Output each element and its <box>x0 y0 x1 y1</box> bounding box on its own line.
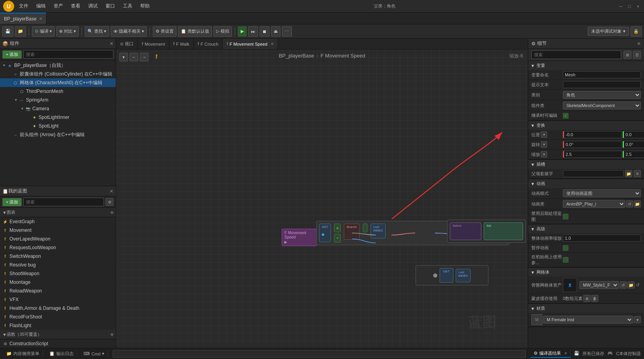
transform-section-header[interactable]: ▼ 变换 <box>528 121 644 130</box>
blueprint-add-btn[interactable]: + 添加 <box>2 198 22 206</box>
anim-mode-select[interactable]: 使用动画蓝图 <box>563 189 641 197</box>
bottom-tab-cmd[interactable]: ⌨ Cmd ▾ <box>80 350 108 357</box>
bp-item-overlaped[interactable]: f OverLapedWeapon <box>0 235 116 243</box>
bp-item-shoot[interactable]: f ShootWeapon <box>0 269 116 278</box>
anim-rate-input[interactable] <box>563 235 641 242</box>
nav-back-btn[interactable]: ← <box>130 53 138 61</box>
pos-y-input[interactable] <box>623 131 644 138</box>
slots-section-header[interactable]: ▼ 插槽 <box>528 160 644 169</box>
tree-item-mesh[interactable]: ⬡ 网格体 (CharacterMesh0) 在C++中编辑 <box>0 78 116 87</box>
maximize-btn[interactable]: □ <box>627 4 632 9</box>
tab-close-icon[interactable]: ✕ <box>39 17 42 21</box>
tree-item-spotlightinner[interactable]: ☀ SpotLightInner <box>0 113 116 122</box>
tab-movement[interactable]: f Movement <box>138 39 169 49</box>
advanced-section-header[interactable]: ▼ 高级 <box>528 224 644 233</box>
blueprint-search-input[interactable] <box>23 198 104 206</box>
find-btn[interactable]: 🔍 查找 ▾ <box>85 26 109 37</box>
bp-item-eventgraph[interactable]: ⚡ EventGraph <box>0 217 116 226</box>
materials-section-header[interactable]: ▼ 材质 <box>528 304 644 313</box>
hide-btn[interactable]: 👁 隐藏不相关 ▾ <box>111 26 147 37</box>
var-editable-checkbox[interactable] <box>563 113 568 118</box>
save-btn[interactable]: 💾 <box>2 26 13 37</box>
tree-item-arrow[interactable]: → 箭头组件 (Arrow) 在C++中编辑 <box>0 130 116 139</box>
bottom-tab-content[interactable]: 📁 内容侧滑菜单 <box>3 350 43 357</box>
tree-item-camera[interactable]: ▼ 📷 Camera <box>0 104 116 113</box>
debug-object-btn[interactable]: 未选中调试对象 ▾ <box>588 27 629 36</box>
slots-clear-btn[interactable]: ✕ <box>634 170 641 177</box>
bp-item-reload[interactable]: f ReloadWeapon <box>0 287 116 295</box>
calc-node-2[interactable]: ÷ <box>334 234 341 242</box>
menu-file[interactable]: 文件 <box>17 2 30 10</box>
bp-item-movement[interactable]: f Movement <box>0 226 116 235</box>
mesh-asset-select[interactable]: MW_Style1_F <box>579 281 619 289</box>
tab-viewport[interactable]: ⊞ 视口 <box>116 39 138 49</box>
tab-fmovespeed[interactable]: f F Movement Speed ✕ <box>223 39 278 49</box>
var-category-select[interactable]: 角色 <box>563 91 641 99</box>
slots-browse-btn[interactable]: 📁 <box>625 170 632 177</box>
tree-item-spotlight[interactable]: ☀ SpotLight <box>0 122 116 130</box>
mesh-skin-add-btn[interactable]: ⊕ <box>583 295 590 302</box>
menu-window[interactable]: 窗口 <box>104 2 117 10</box>
anim-browse-btn[interactable]: 📁 <box>634 200 641 207</box>
bp-item-health[interactable]: f Health,Armor & Damage & Death <box>0 304 116 313</box>
eject-btn[interactable]: ⏏ <box>271 26 280 37</box>
step-btn[interactable]: ⏭ <box>248 26 258 37</box>
select-node[interactable]: Select <box>450 222 481 240</box>
menu-edit[interactable]: 编辑 <box>35 2 47 10</box>
anim-refresh-btn[interactable]: ↺ <box>626 200 633 207</box>
calc-node-1[interactable]: ≥ <box>334 224 341 232</box>
pos-mode-btn[interactable]: ▾ <box>541 131 547 138</box>
menu-debug[interactable]: 调试 <box>87 2 99 10</box>
nav-dropdown-btn[interactable]: ▾ <box>119 53 128 61</box>
details-search-input[interactable] <box>531 50 621 59</box>
tab-fcrouch[interactable]: f F Crouch <box>194 39 223 49</box>
mesh-section-header[interactable]: ▼ 网格体 <box>528 268 644 277</box>
compile-btn[interactable]: ⚙ 编译 ▾ <box>32 26 55 37</box>
last-index-node-2[interactable]: Last INDEX <box>456 269 471 282</box>
class-settings-btn[interactable]: ⚙ 类设置 <box>153 26 176 37</box>
material-select[interactable]: M Female Inst <box>543 316 633 324</box>
rot-y-input[interactable] <box>623 141 644 148</box>
node-group-3[interactable]: GET Last INDEX <box>416 265 488 285</box>
tab-fwalk[interactable]: f F Walk <box>169 39 194 49</box>
bp-entry-node[interactable]: F Movement Speed ▶ <box>282 229 317 246</box>
browse-btn[interactable]: 📁 <box>15 26 26 37</box>
mesh-refresh-btn[interactable]: ↺ <box>620 281 627 289</box>
mesh-skin-del-btn[interactable]: 🗑 <box>591 295 598 302</box>
play-btn[interactable]: ▶ <box>238 26 247 37</box>
details-panel-close[interactable]: ✕ <box>637 41 641 46</box>
scale-mode-btn[interactable]: ▾ <box>541 151 547 157</box>
diff-btn[interactable]: ⊕ 对比 ▾ <box>56 26 79 37</box>
lock-btn[interactable]: 🔒 <box>631 26 642 37</box>
bottom-tab-compiler[interactable]: ⚙ 编译器结果 ✕ <box>531 350 571 358</box>
functions-section-header[interactable]: ▼ 函数（35可覆盖） ⊕ <box>0 330 116 339</box>
bp-item-construction[interactable]: ⚙ ConstructionScript <box>0 339 116 348</box>
last-index-node[interactable]: Last INDEX <box>371 224 386 239</box>
scale-x-input[interactable] <box>563 151 622 158</box>
rot-x-input[interactable] <box>563 141 622 148</box>
blueprint-editor[interactable]: ▾ ← → f BP_playerBase › F Movement Speed… <box>116 50 528 348</box>
simulate-btn[interactable]: ▷ 模拟 <box>213 26 232 37</box>
stop-btn[interactable]: ⏹ <box>260 26 269 37</box>
node-group-2[interactable]: Select Set <box>447 220 526 243</box>
variable-section-header[interactable]: ▼ 变量 <box>528 61 644 70</box>
tab-close-icon-active[interactable]: ✕ <box>271 42 274 46</box>
anim-disable-checkbox[interactable] <box>563 214 568 219</box>
animation-section-header[interactable]: ▼ 动画 <box>528 179 644 188</box>
bp-item-resquest[interactable]: f ResquestLootWeapon <box>0 243 116 252</box>
bp-item-resolve[interactable]: f Resolve bug <box>0 261 116 269</box>
tab-bp-playerbase[interactable]: BP_playerBase ✕ <box>0 13 46 24</box>
var-tooltip-input[interactable] <box>563 81 641 88</box>
bottom-tab-log[interactable]: 📋 输出日志 <box>46 350 77 357</box>
var-name-input[interactable] <box>563 71 641 78</box>
calc-node-3[interactable] <box>363 224 367 232</box>
tree-item-thirdperson[interactable]: ⬡ ThirdPersonMesh <box>0 87 116 96</box>
var-component-select[interactable]: SkeletalMeshComponent <box>563 102 641 109</box>
nav-forward-btn[interactable]: → <box>140 53 148 61</box>
rot-mode-btn[interactable]: ▾ <box>541 141 547 148</box>
pos-x-input[interactable] <box>563 131 622 138</box>
extra-btn[interactable]: ⋯ <box>282 26 292 37</box>
bp-item-vfx[interactable]: f VFX <box>0 295 116 304</box>
minimize-btn[interactable]: ─ <box>618 4 624 9</box>
anim-init-checkbox[interactable] <box>563 257 568 263</box>
